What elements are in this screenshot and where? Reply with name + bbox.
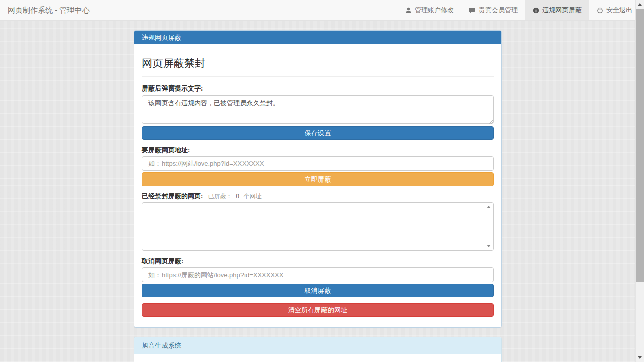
scroll-up-icon[interactable] — [487, 206, 491, 208]
unblock-url-label: 取消网页屏蔽: — [142, 257, 494, 265]
clear-all-button[interactable]: 清空所有屏蔽的网址 — [142, 303, 494, 317]
page-title: 网页屏蔽禁封 — [142, 57, 494, 69]
popup-text-textarea[interactable]: 该网页含有违规内容，已被管理员永久禁封。 — [142, 95, 494, 124]
scroll-down-icon[interactable] — [487, 245, 491, 247]
nav-item-label: 违规网页屏蔽 — [542, 6, 582, 15]
secondary-panel-heading: 旭音生成系统 — [134, 337, 501, 354]
nav-item-label: 管理账户修改 — [415, 6, 454, 15]
blocked-pages-panel: 违规网页屏蔽 网页屏蔽禁封 屏蔽后弹窗提示文字: 该网页含有违规内容，已被管理员… — [134, 30, 502, 328]
scroll-down-icon — [638, 356, 642, 359]
power-icon — [597, 7, 603, 14]
blocked-list-box[interactable] — [142, 202, 494, 251]
panel-body: 网页屏蔽禁封 屏蔽后弹窗提示文字: 该网页含有违规内容，已被管理员永久禁封。 保… — [134, 44, 501, 327]
panel-heading: 违规网页屏蔽 — [134, 31, 501, 44]
blocked-list-label: 已经禁封屏蔽的网页: — [142, 192, 203, 200]
info-circle-icon — [533, 7, 539, 14]
blocked-stat-prefix: 已屏蔽： — [208, 193, 232, 200]
unblock-button[interactable]: 取消屏蔽 — [142, 284, 494, 297]
blocked-list-label-row: 已经禁封屏蔽的网页: 已屏蔽： 0 个网址 — [142, 192, 494, 200]
navbar: 网页制作系统 - 管理中心 管理账户修改 贵宾会员管理 违规网页屏蔽 安全退出 — [0, 0, 644, 21]
user-icon — [405, 7, 412, 14]
save-settings-button[interactable]: 保存设置 — [142, 126, 494, 140]
scrollbar-up-button[interactable] — [636, 0, 644, 9]
block-url-label: 要屏蔽网页地址: — [142, 146, 494, 154]
scrollbar-down-button[interactable] — [636, 353, 644, 362]
popup-textarea-wrap: 该网页含有违规内容，已被管理员永久禁封。 — [142, 95, 494, 124]
navbar-menu: 管理账户修改 贵宾会员管理 违规网页屏蔽 安全退出 — [397, 0, 640, 20]
navbar-brand[interactable]: 网页制作系统 - 管理中心 — [0, 0, 97, 20]
blocked-count: 0 — [236, 193, 239, 200]
popup-text-label: 屏蔽后弹窗提示文字: — [142, 84, 494, 93]
nav-item-account[interactable]: 管理账户修改 — [397, 0, 461, 20]
xuyin-generator-panel: 旭音生成系统 — [134, 337, 502, 362]
page-scrollbar[interactable] — [635, 0, 644, 362]
nav-item-vip-members[interactable]: 贵宾会员管理 — [461, 0, 525, 20]
scrollbar-thumb[interactable] — [636, 9, 644, 282]
nav-item-logout[interactable]: 安全退出 — [589, 0, 640, 20]
blocked-stat-suffix: 个网址 — [243, 193, 261, 200]
main-content: 违规网页屏蔽 网页屏蔽禁封 屏蔽后弹窗提示文字: 该网页含有违规内容，已被管理员… — [134, 30, 502, 362]
unblock-url-input[interactable] — [142, 267, 494, 282]
nav-item-label: 贵宾会员管理 — [478, 6, 518, 15]
block-now-button[interactable]: 立即屏蔽 — [142, 172, 494, 186]
nav-item-blocked-pages[interactable]: 违规网页屏蔽 — [525, 0, 589, 20]
scroll-up-icon — [638, 3, 642, 6]
secondary-panel-body — [134, 354, 501, 362]
resize-grip-icon[interactable] — [488, 117, 493, 122]
block-url-input[interactable] — [142, 156, 494, 171]
nav-item-label: 安全退出 — [606, 6, 632, 15]
divider — [142, 76, 494, 77]
comment-icon — [469, 7, 475, 14]
